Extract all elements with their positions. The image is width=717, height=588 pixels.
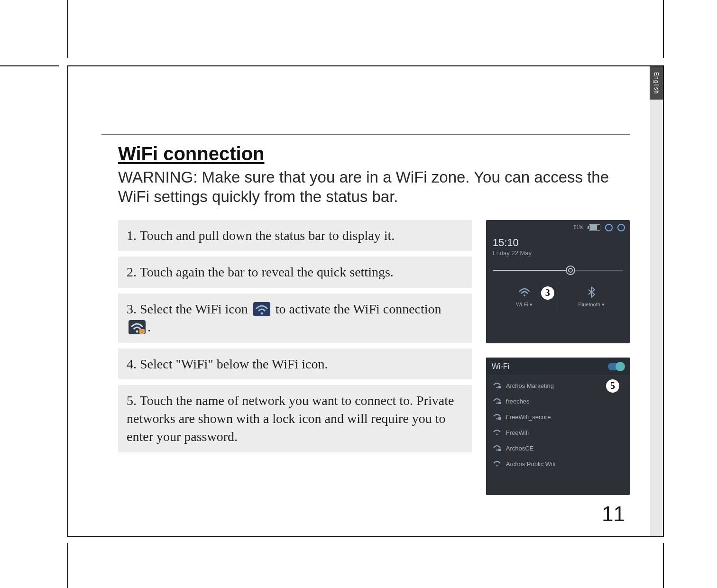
wifi-icon [518, 287, 531, 297]
svg-rect-8 [498, 386, 501, 388]
svg-point-13 [496, 433, 497, 435]
screenshot-quick-settings: 51% 15:10 Friday 22 May [486, 220, 630, 343]
bluetooth-icon [588, 286, 595, 298]
step-3-part-c: . [147, 320, 151, 334]
quick-tile-wifi-label: Wi-Fi ▾ [491, 302, 557, 308]
clock-time: 15:10 [493, 237, 519, 249]
step-3-part-b: to activate the WiFi connection [276, 302, 441, 316]
network-name: ArchosCE [506, 445, 534, 452]
wifi-toggle [608, 363, 624, 370]
svg-rect-10 [498, 402, 501, 404]
wifi-lock-icon [493, 382, 501, 389]
svg-point-3 [136, 330, 138, 332]
network-item: Archos Public Wifi [486, 456, 630, 472]
brightness-knob [566, 266, 575, 275]
callout-badge-5: 5 [606, 379, 619, 393]
svg-point-9 [496, 402, 497, 404]
svg-point-16 [496, 465, 497, 466]
network-item: FreeWifi [486, 425, 630, 441]
screenshot-wifi-list: Wi-Fi Archos Marketing freec [486, 358, 630, 495]
wifi-icon [493, 429, 501, 436]
step-4: 4. Select "WiFi" below the WiFi icon. [118, 349, 472, 380]
page-number: 11 [602, 502, 625, 526]
svg-point-7 [496, 386, 497, 388]
wifi-icon [493, 460, 501, 467]
settings-icon [605, 224, 613, 231]
quick-tile-bluetooth: Bluetooth ▾ [559, 285, 625, 308]
network-name: Archos Marketing [506, 382, 554, 389]
steps-column: 1. Touch and pull down the status bar to… [118, 220, 472, 458]
battery-icon [589, 224, 600, 231]
wifi-lock-icon [493, 445, 501, 451]
section-divider [101, 134, 630, 135]
svg-point-11 [496, 418, 497, 419]
svg-point-14 [496, 449, 497, 450]
svg-rect-15 [498, 449, 501, 451]
network-name: freeches [506, 398, 530, 405]
network-name: FreeWifi_secure [506, 413, 551, 421]
quick-tile-bt-label: Bluetooth ▾ [559, 302, 625, 308]
section-title: WiFi connection [118, 143, 630, 165]
page-frame: English WiFi connection WARNING: Make su… [67, 65, 664, 537]
network-name: Archos Public Wifi [506, 460, 556, 468]
wifi-lock-icon [493, 398, 501, 404]
svg-text:!: ! [141, 329, 143, 334]
network-name: FreeWifi [506, 429, 529, 436]
step-3: 3. Select the WiFi icon to activate the … [118, 294, 472, 343]
svg-point-1 [260, 312, 263, 315]
wifi-lock-icon [493, 413, 501, 420]
clock-date: Friday 22 May [493, 249, 532, 257]
step-3-part-a: 3. Select the WiFi icon [127, 302, 248, 316]
step-5: 5. Touch the name of network you want to… [118, 385, 472, 452]
warning-text: WARNING: Make sure that you are in a WiF… [118, 167, 621, 207]
screenshots-column: 51% 15:10 Friday 22 May [486, 220, 630, 495]
battery-percent: 51% [574, 225, 583, 230]
callout-badge-3: 3 [541, 286, 554, 300]
status-bar: 51% [574, 224, 625, 231]
brightness-slider [493, 270, 623, 271]
network-item: ArchosCE [486, 441, 630, 456]
step-1: 1. Touch and pull down the status bar to… [118, 220, 472, 251]
wifi-on-icon: ! [129, 320, 146, 334]
step-2: 2. Touch again the bar to reveal the qui… [118, 257, 472, 288]
svg-point-6 [524, 294, 525, 296]
svg-rect-12 [498, 417, 501, 420]
network-item: freeches [486, 394, 630, 409]
side-shadow [650, 100, 663, 536]
network-item: FreeWifi_secure [486, 409, 630, 425]
wifi-off-icon [253, 302, 270, 316]
language-tab: English [650, 66, 663, 100]
wifi-header-title: Wi-Fi [492, 362, 509, 371]
user-icon [617, 224, 625, 231]
